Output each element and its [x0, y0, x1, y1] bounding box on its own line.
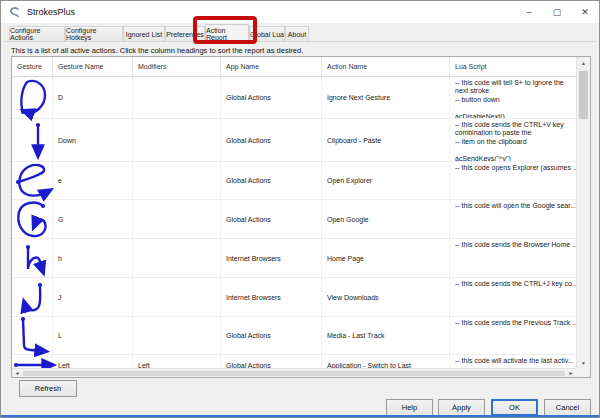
cell-lua-script: -- this code sends the CTRL+V key combin… [450, 119, 576, 161]
app-icon [8, 6, 21, 19]
titlebar: StrokesPlus – ▢ ✕ [1, 1, 599, 23]
column-header-gesture-name[interactable]: Gesture Name [53, 57, 133, 76]
cell-app-name: Global Actions [221, 119, 322, 161]
cell-gesture [12, 119, 53, 161]
gesture-drawing-d [18, 79, 48, 117]
cell-modifiers: Left [133, 355, 221, 368]
cell-gesture [12, 200, 53, 238]
cell-app-name: Global Actions [221, 200, 322, 238]
cell-gesture-name: L [53, 317, 133, 354]
cell-action-name: View Downloads [322, 278, 450, 316]
cell-gesture-name: G [53, 200, 133, 238]
maximize-button[interactable]: ▢ [543, 1, 571, 23]
column-header-app-name[interactable]: App Name [221, 57, 322, 76]
cell-gesture [12, 77, 53, 118]
cell-app-name: Global Actions [221, 77, 322, 118]
cell-gesture [12, 355, 53, 368]
ok-button[interactable]: OK [491, 399, 538, 416]
table-row[interactable]: eGlobal ActionsOpen Explorer-- this code… [12, 162, 576, 200]
cell-lua-script: -- this code sends the Browser Home ... [450, 239, 576, 277]
horizontal-scrollbar-thumb[interactable] [23, 371, 565, 376]
cell-modifiers [133, 317, 221, 354]
cell-action-name: Media - Last Track [322, 317, 450, 354]
refresh-button[interactable]: Refresh [19, 380, 77, 397]
apply-button[interactable]: Apply [438, 399, 485, 416]
page-description: This is a list of all active actions. Cl… [11, 46, 303, 55]
help-button[interactable]: Help [386, 399, 433, 416]
vertical-scrollbar[interactable]: ▲ ▼ [576, 57, 590, 369]
tab-bar: Configure ActionsConfigure HotkeysIgnore… [1, 24, 599, 43]
cell-action-name: Ignore Next Gesture [322, 77, 450, 118]
cell-gesture-name: h [53, 239, 133, 277]
table-row[interactable]: hInternet BrowsersHome Page-- this code … [12, 239, 576, 278]
cell-app-name: Global Actions [221, 317, 322, 354]
gesture-drawing-l [19, 315, 49, 357]
cell-lua-script: -- this code will activate the last acti… [450, 355, 576, 368]
cell-gesture [12, 239, 53, 277]
scroll-left-icon[interactable]: ◄ [12, 370, 22, 376]
vertical-scrollbar-thumb[interactable] [579, 71, 588, 119]
cell-gesture-name: Left [53, 355, 133, 368]
scroll-right-icon[interactable]: ► [566, 370, 576, 376]
table-header-row: GestureGesture NameModifiersApp NameActi… [12, 57, 576, 77]
gesture-drawing-j [21, 281, 45, 313]
cell-app-name: Global Actions [221, 355, 322, 368]
cell-lua-script: -- this code sends the Previous Track ..… [450, 317, 576, 354]
cell-app-name: Internet Browsers [221, 278, 322, 316]
cell-action-name: Clipboard - Paste [322, 119, 450, 161]
window-title: StrokesPlus [27, 7, 75, 17]
annotation-red-box [193, 16, 257, 44]
column-header-action-name[interactable]: Action Name [322, 57, 450, 76]
cell-lua-script: -- this code will tell S+ to ignore the … [450, 77, 576, 118]
cell-lua-script: -- this code will open the Google sear..… [450, 200, 576, 238]
cell-app-name: Global Actions [221, 162, 322, 199]
cell-gesture [12, 162, 53, 199]
gesture-drawing-e [14, 162, 52, 199]
table-row[interactable]: GGlobal ActionsOpen Google-- this code w… [12, 200, 576, 239]
column-header-modifiers[interactable]: Modifiers [133, 57, 221, 76]
column-header-gesture[interactable]: Gesture [12, 57, 53, 76]
table-row[interactable]: LeftLeftGlobal ActionsApplication - Swit… [12, 355, 576, 368]
cell-modifiers [133, 200, 221, 238]
cell-modifiers [133, 77, 221, 118]
cell-gesture-name: e [53, 162, 133, 199]
cell-gesture-name: D [53, 77, 133, 118]
table-row[interactable]: LGlobal ActionsMedia - Last Track-- this… [12, 317, 576, 355]
table-row[interactable]: JInternet BrowsersView Downloads-- this … [12, 278, 576, 317]
close-button[interactable]: ✕ [571, 1, 599, 23]
cell-modifiers [133, 278, 221, 316]
cell-modifiers [133, 119, 221, 161]
cell-lua-script: -- this code sends the CTRL+J key co... [450, 278, 576, 316]
cell-action-name: Home Page [322, 239, 450, 277]
gesture-drawing-down [32, 122, 44, 158]
table-row[interactable]: DGlobal ActionsIgnore Next Gesture-- thi… [12, 77, 576, 119]
column-header-lua-script[interactable]: Lua Script [450, 57, 577, 76]
table-body: DGlobal ActionsIgnore Next Gesture-- thi… [12, 77, 576, 368]
cell-gesture [12, 278, 53, 316]
cell-gesture-name: J [53, 278, 133, 316]
cell-action-name: Application - Switch to Last [322, 355, 450, 368]
scrollbar-corner [576, 368, 590, 377]
report-table: GestureGesture NameModifiersApp NameActi… [11, 56, 591, 378]
scroll-up-icon[interactable]: ▲ [577, 57, 590, 69]
cell-modifiers [133, 162, 221, 199]
table-row[interactable]: DownGlobal ActionsClipboard - Paste-- th… [12, 119, 576, 162]
cell-modifiers [133, 239, 221, 277]
cell-action-name: Open Google [322, 200, 450, 238]
cancel-button[interactable]: Cancel [544, 399, 591, 416]
gesture-drawing-g [14, 199, 52, 239]
tab-configure-actions[interactable]: Configure Actions [9, 26, 65, 41]
tab-about[interactable]: About [285, 26, 309, 41]
gesture-drawing-h [24, 244, 46, 272]
window-bottom-accent [1, 415, 599, 417]
minimize-button[interactable]: – [515, 1, 543, 23]
cell-gesture-name: Down [53, 119, 133, 161]
cell-lua-script: -- this code opens Explorer (assumes ... [450, 162, 576, 199]
tab-ignored-list[interactable]: Ignored List [123, 26, 165, 41]
strokesplus-window: StrokesPlus – ▢ ✕ Configure ActionsConfi… [0, 0, 600, 418]
cell-app-name: Internet Browsers [221, 239, 322, 277]
horizontal-scrollbar[interactable]: ◄ ► [12, 368, 576, 377]
cell-action-name: Open Explorer [322, 162, 450, 199]
cell-gesture [12, 317, 53, 354]
tab-configure-hotkeys[interactable]: Configure Hotkeys [65, 26, 123, 41]
